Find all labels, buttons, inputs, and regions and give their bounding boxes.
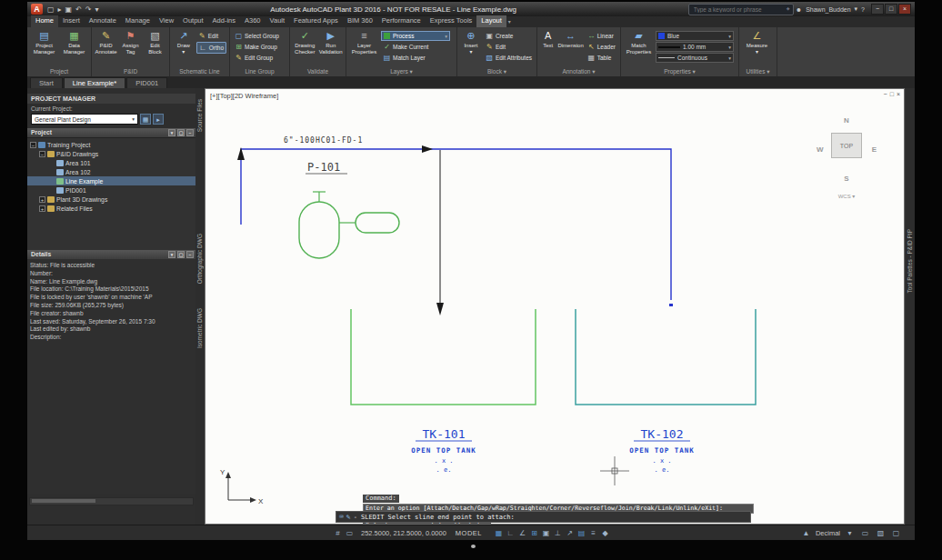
match-properties-button[interactable]: ▰ Match Properties	[624, 29, 654, 66]
measure-button[interactable]: ∠ Measure ▾	[742, 29, 772, 66]
redo-icon[interactable]: ↷	[85, 5, 92, 14]
linear-button[interactable]: ↔ Linear	[586, 31, 617, 41]
data-manager-button[interactable]: ▦ Data Manager	[60, 29, 88, 66]
panel-label-annotation[interactable]: Annotation ▾	[537, 67, 620, 76]
tab-isometric-dwg[interactable]: Isometric DWG	[196, 308, 203, 348]
help-icon[interactable]: ?	[861, 6, 865, 13]
project-tool-icon[interactable]: ▦	[140, 114, 151, 125]
tab-view[interactable]: View	[155, 15, 178, 27]
open-icon[interactable]: ▸	[58, 5, 62, 14]
tab-annotate[interactable]: Annotate	[85, 15, 121, 27]
pid-annotate-button[interactable]: ✎ P&ID Annotate	[95, 29, 117, 66]
current-project-select[interactable]: General Plant Design ▾	[31, 114, 138, 125]
viewcube-east[interactable]: E	[872, 145, 877, 154]
pump-body[interactable]	[356, 213, 399, 233]
drawing-restore-icon[interactable]: □	[890, 91, 894, 97]
command-input-bar[interactable]: ⌨ ✎ - SLEDIT Select sline end point to a…	[336, 511, 751, 523]
tree-item-related-files[interactable]: + Related Files	[27, 204, 195, 213]
dimension-button[interactable]: ↔ Dimension	[557, 29, 583, 66]
panel-mini-icon-b[interactable]: ▢	[177, 251, 185, 258]
pump-tag[interactable]: P-101	[307, 161, 340, 174]
edit-group-button[interactable]: ✎ Edit Group	[233, 53, 281, 63]
expand-icon[interactable]: −	[30, 142, 36, 148]
ribbon-options-caret-icon[interactable]: ▾	[508, 17, 511, 27]
annotation-scale-icon[interactable]: ▲	[800, 529, 812, 537]
command-input-text[interactable]: - SLEDIT Select sline end point to attac…	[354, 514, 515, 521]
tank2-tag[interactable]: TK-102	[641, 427, 684, 441]
tank2-line1[interactable]: . x .	[652, 457, 671, 465]
maximize-button[interactable]: □	[885, 4, 897, 15]
pipe-label[interactable]: 6"-100HC01-FD-1	[284, 136, 363, 145]
panel-label-pid[interactable]: P&ID	[92, 67, 169, 76]
isolate-objects-icon[interactable]: ▭	[859, 529, 871, 537]
tab-performance[interactable]: Performance	[377, 15, 426, 27]
doc-tab-start[interactable]: Start	[30, 77, 63, 88]
osnap-toggle-icon[interactable]: ▣	[540, 529, 552, 537]
doc-tab-line-example[interactable]: Line Example*	[64, 77, 125, 88]
viewport-controls[interactable]: [+][Top][2D Wireframe]	[210, 92, 278, 100]
panel-label-properties[interactable]: Properties ▾	[621, 67, 738, 76]
drawing-close-icon[interactable]: ×	[897, 91, 900, 97]
panel-label-schematic-line[interactable]: Schematic Line	[170, 67, 229, 76]
panel-label-validate[interactable]: Validate	[290, 67, 346, 76]
polar-toggle-icon[interactable]: ∠	[516, 529, 528, 537]
sline-arrowhead[interactable]	[436, 303, 444, 315]
text-button[interactable]: A Text	[540, 29, 556, 66]
table-button[interactable]: ▦ Table	[586, 53, 617, 63]
create-block-button[interactable]: ▣ Create	[484, 31, 534, 41]
signed-in-user[interactable]: Shawn_Budden	[806, 6, 850, 13]
tank-tk102[interactable]	[576, 309, 756, 405]
viewcube-wcs-menu[interactable]: WCS ▾	[813, 193, 880, 199]
panel-label-project[interactable]: Project	[27, 67, 91, 76]
ortho-toggle-button[interactable]: ∟ Ortho	[196, 42, 226, 54]
grid-toggle-icon[interactable]: ▦	[493, 529, 505, 537]
ortho-toggle-icon[interactable]: ∟	[505, 529, 516, 537]
model-space-button[interactable]: MODEL	[456, 529, 482, 537]
new-icon[interactable]: ▢	[47, 5, 55, 14]
panel-label-line-group[interactable]: Line Group	[230, 67, 289, 76]
tank1-line2[interactable]: . e.	[436, 466, 452, 474]
user-caret-icon[interactable]: ▾	[855, 5, 858, 13]
tab-insert[interactable]: Insert	[58, 15, 85, 27]
tree-item-plant-3d-drawings[interactable]: + Plant 3D Drawings	[27, 195, 195, 204]
run-validation-button[interactable]: ▶ Run Validation	[319, 29, 344, 66]
details-section-header[interactable]: Details ▾ ▢ −	[27, 250, 195, 259]
tab-layout[interactable]: Layout	[476, 15, 506, 27]
tree-item-training-project[interactable]: − Training Project	[27, 140, 195, 149]
doc-tab-pid001[interactable]: PID001	[126, 77, 167, 88]
tab-vault[interactable]: Vault	[266, 15, 290, 27]
assign-tag-button[interactable]: ⚑ Assign Tag	[119, 29, 142, 66]
match-layer-button[interactable]: ▤ Match Layer	[381, 53, 450, 63]
panel-label-block[interactable]: Block ▾	[457, 67, 536, 76]
units-selector[interactable]: Decimal	[816, 529, 840, 537]
viewcube-west[interactable]: W	[817, 145, 824, 154]
panel-mini-icon-a[interactable]: ▾	[168, 251, 175, 258]
select-group-button[interactable]: ▢ Select Group	[233, 31, 281, 41]
project-manager-button[interactable]: ▤ Project Manager	[30, 29, 58, 66]
project-open-icon[interactable]: ▸	[153, 114, 164, 125]
search-input[interactable]	[692, 5, 785, 14]
viewcube-north[interactable]: N	[813, 116, 880, 125]
viewcube-south[interactable]: S	[813, 175, 880, 183]
tab-bim360[interactable]: BIM 360	[343, 15, 377, 27]
viewcube-top-face[interactable]: TOP	[831, 133, 862, 158]
object-color-select[interactable]: Blue ▾	[656, 31, 734, 41]
lineweight-select[interactable]: 1.00 mm ▾	[656, 42, 734, 52]
tab-manage[interactable]: Manage	[121, 15, 155, 27]
drawing-canvas[interactable]: [+][Top][2D Wireframe] − □ ×	[205, 88, 905, 525]
panel-label-layers[interactable]: Layers ▾	[346, 67, 456, 76]
tab-addins[interactable]: Add-ins	[208, 15, 240, 27]
expand-icon[interactable]: +	[39, 205, 45, 212]
tab-express-tools[interactable]: Express Tools	[426, 15, 477, 27]
undo-icon[interactable]: ↶	[75, 5, 82, 14]
selection-cycling-toggle-icon[interactable]: ◆	[599, 529, 611, 537]
scrollbar-thumb[interactable]	[32, 499, 95, 503]
draw-button[interactable]: ↗ Draw ▾	[173, 29, 195, 66]
layer-properties-button[interactable]: ≡ Layer Properties	[349, 29, 379, 66]
panel-label-utilities[interactable]: Utilities ▾	[739, 67, 777, 76]
leader-button[interactable]: ↖ Leader	[586, 42, 617, 52]
search-icon[interactable]: ⌖	[787, 5, 790, 13]
tree-item-pid001[interactable]: PID001	[27, 185, 195, 195]
save-icon[interactable]: ▣	[65, 5, 73, 14]
make-group-button[interactable]: ⊞ Make Group	[233, 42, 281, 52]
